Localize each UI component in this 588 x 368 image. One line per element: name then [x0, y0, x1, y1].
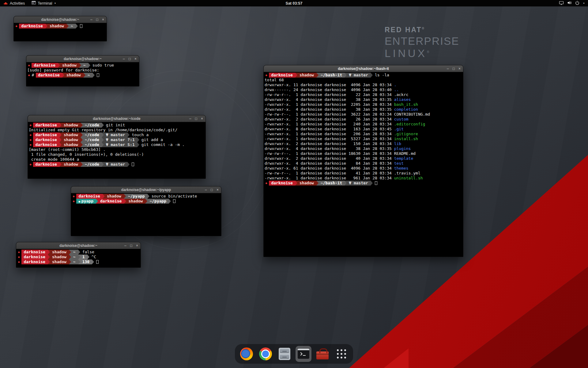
path-segment: ~: [71, 259, 78, 264]
file-meta: drwxrwxr-x. 4 darknoise darknoise 38 Jan…: [265, 146, 394, 151]
terminal-prompt-line: ●darknoiseshadow~1^C: [17, 255, 140, 259]
file-meta: -rwxrwxr-x. 1 darknoise darknoise 206 Ja…: [265, 132, 394, 136]
powerline-separator-icon: [316, 73, 318, 78]
minimize-button[interactable]: –: [123, 57, 125, 61]
maximize-button[interactable]: □: [453, 67, 455, 71]
powerline-separator-icon: [147, 194, 149, 199]
app-menu-terminal[interactable]: Terminal ▼: [28, 0, 59, 6]
terminal-window-code[interactable]: darknoise@shadow:~/code – □ × ●darknoise…: [28, 115, 206, 179]
power-icon: [575, 0, 580, 6]
terminal-content[interactable]: ●darknoiseshadow~: [14, 23, 106, 41]
system-status-area[interactable]: ▼: [556, 0, 588, 6]
dock-item-firefox[interactable]: [239, 346, 254, 362]
terminal-window-bash-it[interactable]: darknoise@shadow:~/bash-it – □ × ●darkno…: [263, 65, 463, 257]
user-segment: darknoise: [33, 132, 59, 137]
dock-item-chrome[interactable]: [258, 346, 273, 362]
powerline-separator-icon: [295, 181, 297, 186]
powerline-separator-icon: [48, 255, 50, 259]
terminal-window-home-1[interactable]: darknoise@shadow:~ – □ × ●darknoiseshado…: [13, 16, 107, 41]
powerline-separator-icon: [92, 73, 95, 78]
close-button[interactable]: ×: [134, 57, 137, 61]
clock[interactable]: Sat 03:57: [286, 1, 303, 6]
terminal-content[interactable]: ●darknoiseshadow~/pyappsource bin/activa…: [71, 194, 221, 236]
terminal-window-home-2[interactable]: darknoise@shadow:~ – □ × ●darknoiseshado…: [16, 242, 141, 268]
minimize-button[interactable]: –: [90, 18, 92, 21]
terminal-prompt-line: ●darknoiseshadow~/codeΨ master ?:1git ad…: [29, 137, 205, 142]
user-segment: darknoise: [76, 194, 102, 199]
git-branch-segment: Ψ master: [347, 181, 371, 186]
minimize-button[interactable]: –: [205, 188, 207, 192]
command-text: touch a: [130, 132, 149, 137]
powerline-separator-icon: [124, 194, 126, 199]
terminal-output-line: total 68: [265, 78, 462, 82]
dock-item-show-applications[interactable]: [334, 346, 349, 362]
window-titlebar[interactable]: darknoise@shadow:~/bash-it – □ ×: [264, 65, 463, 72]
window-titlebar[interactable]: darknoise@shadow:~/code – □ ×: [28, 115, 205, 122]
maximize-button[interactable]: □: [211, 188, 213, 192]
file-list-row: drwxrwxr-x. 61 darknoise darknoise 4096 …: [265, 166, 462, 171]
path-segment: ~: [69, 24, 76, 29]
git-branch-segment: Ψ master: [104, 162, 128, 167]
distro-icon: ●: [17, 250, 21, 255]
close-button[interactable]: ×: [458, 67, 461, 71]
terminal-output-line: Initialized empty Git repository in /hom…: [29, 128, 205, 132]
distro-icon: ●: [29, 132, 33, 137]
minimize-button[interactable]: –: [189, 117, 191, 121]
minimize-button[interactable]: –: [447, 67, 449, 71]
file-list-row: -rw-rw-r--. 1 darknoise darknoise 3622 J…: [265, 112, 462, 117]
terminal-window-pyapp[interactable]: darknoise@shadow:~/pyapp – □ × ●darknois…: [71, 186, 221, 236]
file-list-row: -rwxrwxr-x. 1 darknoise darknoise 961 Ja…: [265, 176, 462, 181]
terminal-window-sudo[interactable]: darknoise@shadow:~ – □ × ●darknoiseshado…: [26, 55, 139, 86]
maximize-button[interactable]: □: [129, 57, 131, 61]
user-segment: darknoise: [33, 142, 59, 147]
terminal-content[interactable]: ●darknoiseshadow~/codegit initInitialize…: [28, 122, 205, 178]
host-segment: shadow: [62, 162, 81, 167]
file-meta: drwxrwxr-x. 8 darknoise darknoise 163 Ja…: [265, 127, 394, 131]
file-meta: drwxrwxr-x. 2 darknoise darknoise 150 Ja…: [265, 141, 394, 146]
command-text: false: [80, 250, 94, 255]
powerline-separator-icon: [295, 73, 297, 78]
file-list-row: drwxrwxr-x. 2 darknoise darknoise 26 Jan…: [265, 117, 462, 122]
window-titlebar[interactable]: darknoise@shadow:~ – □ ×: [26, 56, 139, 62]
terminal-prompt-line: ●darknoiseshadow~/codeΨ mastertouch a: [29, 132, 205, 137]
terminal-prompt-line: ●darknoiseshadow~/codegit init: [29, 123, 205, 128]
file-name: template: [394, 156, 413, 161]
powerline-separator-icon: [62, 73, 64, 78]
file-list-row: drwxrwxr-x. 4 darknoise darknoise 38 Jan…: [265, 97, 462, 102]
file-meta: drwxrwxr-x. 11 darknoise darknoise 4096 …: [265, 82, 394, 87]
maximize-button[interactable]: □: [195, 117, 197, 121]
dock-item-toolbox[interactable]: [315, 346, 330, 362]
terminal-content[interactable]: ●darknoiseshadow~sudo true[sudo] passwor…: [27, 63, 139, 86]
minimize-button[interactable]: –: [124, 244, 126, 247]
window-title: darknoise@shadow:~/bash-it: [264, 65, 463, 72]
powerline-separator-icon: [81, 162, 83, 167]
close-button[interactable]: ×: [102, 18, 104, 21]
powerline-separator-icon: [371, 73, 373, 78]
close-button[interactable]: ×: [136, 244, 138, 247]
distro-icon: ●: [27, 73, 32, 78]
window-titlebar[interactable]: darknoise@shadow:~ – □ ×: [16, 242, 141, 249]
powerline-separator-icon: [66, 24, 69, 29]
maximize-button[interactable]: □: [130, 244, 132, 247]
file-name: custom: [394, 117, 409, 121]
activities-button[interactable]: Activities: [0, 0, 28, 6]
dock-item-terminal[interactable]: [296, 346, 311, 362]
file-meta: -rw-rw-r--. 1 darknoise darknoise 22 Jan…: [265, 92, 394, 97]
path-segment: ~: [71, 255, 78, 259]
command-text: git add a: [139, 137, 163, 142]
window-title: darknoise@shadow:~: [16, 242, 141, 249]
close-button[interactable]: ×: [201, 117, 203, 121]
powerline-separator-icon: [124, 199, 126, 204]
window-titlebar[interactable]: darknoise@shadow:~/pyapp – □ ×: [71, 186, 221, 193]
terminal-prompt-line: ●darknoiseshadow~/pyappsource bin/activa…: [72, 194, 220, 199]
maximize-button[interactable]: □: [96, 18, 98, 21]
file-list-row: drwxrwxr-x. 4 darknoise darknoise 84 Jan…: [265, 161, 462, 166]
close-button[interactable]: ×: [217, 188, 219, 192]
dock-item-file-manager[interactable]: [277, 346, 292, 362]
file-name: uninstall.sh: [394, 176, 423, 180]
terminal-content[interactable]: ●darknoiseshadow~/bash-itΨ masterls -lat…: [264, 72, 463, 256]
python-icon: ●: [78, 200, 81, 203]
terminal-output-line: [sudo] password for darknoise:: [27, 68, 138, 73]
terminal-content[interactable]: ●darknoiseshadow~false●darknoiseshadow~1…: [17, 249, 140, 267]
window-titlebar[interactable]: darknoise@shadow:~ – □ ×: [14, 16, 107, 23]
